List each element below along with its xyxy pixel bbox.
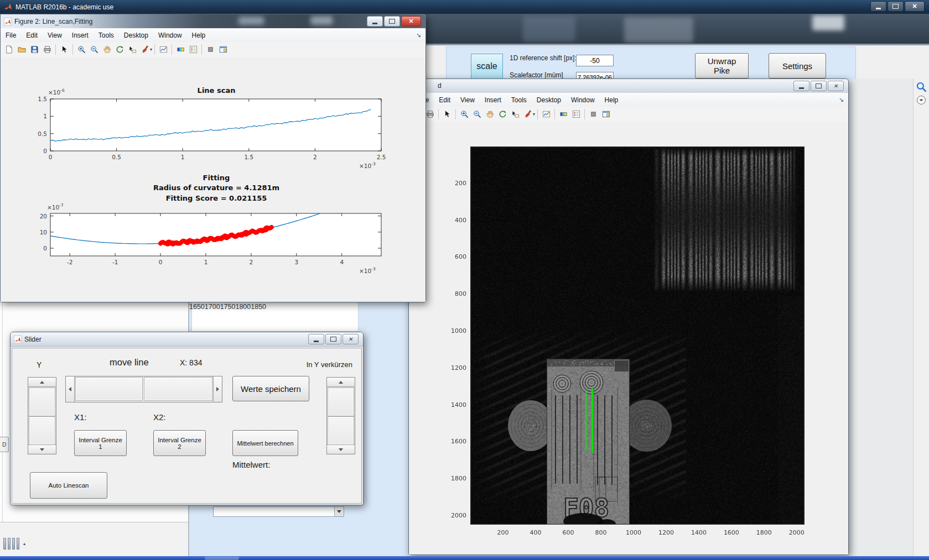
menu-view[interactable]: View: [43, 32, 67, 39]
restore-button[interactable]: [384, 16, 400, 27]
data-cursor-icon[interactable]: [509, 108, 521, 121]
minimize-button[interactable]: [308, 334, 324, 344]
hidden-axis-label: 1850: [251, 303, 266, 311]
link-plots-icon[interactable]: [157, 44, 169, 56]
move-line-slider[interactable]: [65, 376, 222, 402]
minimize-button[interactable]: [793, 81, 809, 91]
slider-up-button[interactable]: [28, 378, 56, 387]
slider-thumb[interactable]: [29, 416, 55, 445]
slider-titlebar[interactable]: Slider ✕: [11, 332, 363, 347]
menu-view[interactable]: View: [455, 96, 480, 104]
dock-arrow-icon[interactable]: ↘: [839, 96, 844, 103]
save-icon[interactable]: [28, 44, 40, 56]
zoom-in-icon[interactable]: [458, 108, 470, 121]
menu-window[interactable]: Window: [566, 96, 600, 104]
figure2-titlebar[interactable]: Figure 2: Line_scan,Fitting ✕: [1, 14, 425, 29]
unwrap-pike-button[interactable]: Unwrap Pike: [695, 53, 749, 78]
rotate-3d-icon[interactable]: [496, 108, 508, 121]
menu-tools[interactable]: Tools: [94, 32, 119, 39]
figure2-window[interactable]: Figure 2: Line_scan,Fitting ✕ FileEditVi…: [0, 14, 426, 302]
menu-edit[interactable]: Edit: [434, 96, 455, 104]
menu-tools[interactable]: Tools: [506, 96, 532, 104]
slider-thumb[interactable]: [75, 377, 143, 401]
slider-down-button[interactable]: [327, 444, 355, 454]
zoom-out-icon[interactable]: [471, 108, 483, 121]
menu-help[interactable]: Help: [600, 96, 624, 104]
minimize-button[interactable]: [367, 16, 383, 27]
restore-button[interactable]: [811, 81, 827, 91]
menu-file[interactable]: File: [1, 32, 21, 39]
grip-handle[interactable]: ▴: [3, 538, 25, 549]
insert-legend-icon[interactable]: [187, 44, 199, 56]
pointer-icon[interactable]: [441, 108, 453, 121]
pan-hand-icon[interactable]: [484, 108, 496, 121]
rotate-3d-icon[interactable]: [113, 44, 126, 56]
taskbar-button-fragment[interactable]: [205, 557, 239, 560]
main-close-button[interactable]: ✕: [905, 1, 925, 12]
insert-colorbar-icon[interactable]: [174, 44, 186, 56]
menu-window[interactable]: Window: [153, 32, 187, 39]
matlab-main-titlebar[interactable]: MATLAB R2016b - academic use ✕: [0, 0, 929, 14]
new-document-icon[interactable]: [3, 44, 15, 56]
save-values-button[interactable]: Werte speichern: [232, 376, 309, 401]
settings-button[interactable]: Settings: [769, 53, 826, 78]
slider-thumb[interactable]: [328, 388, 354, 416]
y-slider-right[interactable]: [326, 377, 355, 454]
auto-linescan-button[interactable]: Auto Linescan: [30, 472, 107, 499]
interval-limit2-button[interactable]: Interval Grenze 2: [153, 430, 206, 456]
right-figure-window[interactable]: d ✕ FileEditViewInsertToolsDesktopWindow…: [408, 78, 849, 555]
close-button[interactable]: ✕: [401, 16, 421, 27]
scale-button[interactable]: scale: [471, 54, 503, 79]
right-figure-titlebar[interactable]: d ✕: [409, 79, 848, 93]
slider-up-button[interactable]: [327, 378, 355, 387]
slider-thumb[interactable]: [29, 388, 55, 416]
menu-insert[interactable]: Insert: [480, 96, 506, 104]
close-button[interactable]: ✕: [342, 334, 359, 344]
circle-chevron-down-icon[interactable]: [916, 95, 926, 107]
panel-large-icon[interactable]: [600, 108, 612, 121]
interval-limit1-button[interactable]: Interval Grenze 1: [74, 430, 127, 456]
menu-insert[interactable]: Insert: [67, 32, 94, 39]
menu-edit[interactable]: Edit: [21, 32, 43, 39]
panel-small-icon[interactable]: [587, 108, 599, 121]
data-cursor-icon[interactable]: [126, 44, 138, 56]
insert-legend-icon[interactable]: [570, 108, 582, 121]
brush-dropdown-icon[interactable]: ▾: [533, 112, 535, 117]
zoom-in-icon[interactable]: [75, 44, 87, 56]
brush-icon[interactable]: [522, 108, 534, 121]
menu-desktop[interactable]: Desktop: [532, 96, 566, 104]
main-maximize-button[interactable]: [888, 1, 904, 12]
search-icon[interactable]: [916, 81, 927, 95]
brush-dropdown-icon[interactable]: ▾: [150, 47, 152, 52]
pointer-icon[interactable]: [58, 44, 70, 56]
restore-button[interactable]: [325, 334, 341, 344]
dock-tab-d[interactable]: D: [0, 437, 9, 452]
calc-mean-button[interactable]: Mittelwert berechnen: [232, 430, 298, 456]
slider-window[interactable]: Slider ✕ Y move line X: 834 In Y verkürz…: [10, 332, 364, 505]
close-button[interactable]: ✕: [828, 81, 844, 91]
brush-icon[interactable]: [139, 44, 151, 56]
dropdown-arrow-button[interactable]: [334, 507, 344, 516]
dock-arrow-icon[interactable]: ↘: [416, 32, 421, 39]
open-folder-icon[interactable]: [15, 44, 28, 56]
pan-hand-icon[interactable]: [101, 44, 113, 56]
windows-taskbar-edge[interactable]: [0, 556, 929, 560]
slider-right-button[interactable]: [213, 376, 222, 402]
slider-thumb[interactable]: [328, 416, 354, 445]
menu-help[interactable]: Help: [187, 32, 211, 39]
link-plots-icon[interactable]: [540, 108, 552, 121]
panel-small-icon[interactable]: [204, 44, 216, 56]
print-icon[interactable]: [41, 44, 53, 56]
slider-left-button[interactable]: [66, 376, 75, 402]
panel-large-icon[interactable]: [217, 44, 229, 56]
shift-input[interactable]: [576, 55, 614, 66]
zoom-out-icon[interactable]: [88, 44, 100, 56]
result-dropdown[interactable]: [213, 506, 344, 517]
scan-image[interactable]: [470, 146, 805, 525]
main-minimize-button[interactable]: [870, 1, 886, 12]
insert-colorbar-icon[interactable]: [557, 108, 569, 121]
y-slider-left[interactable]: [28, 377, 56, 454]
slider-thumb[interactable]: [144, 377, 212, 401]
menu-desktop[interactable]: Desktop: [119, 32, 153, 39]
slider-down-button[interactable]: [28, 444, 56, 454]
